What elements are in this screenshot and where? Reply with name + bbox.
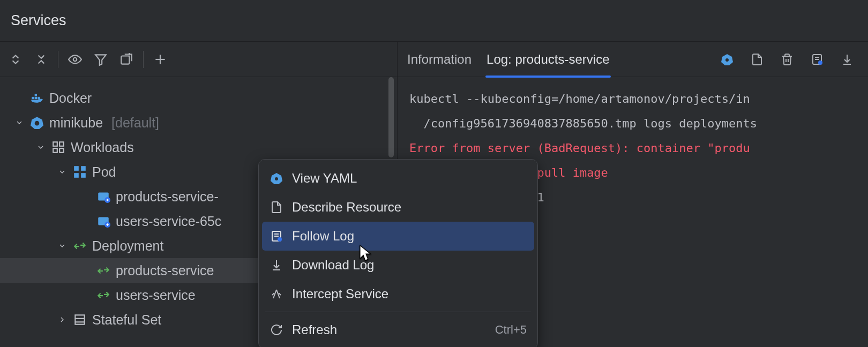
chevron-down-icon[interactable] [57, 240, 68, 251]
pod-icon [96, 190, 110, 203]
tree-item-label: minikube [49, 115, 103, 131]
kubernetes-icon [270, 171, 283, 185]
workloads-icon [51, 140, 65, 154]
menu-item-label: View YAML [292, 171, 357, 186]
tree-item-label: Stateful Set [92, 312, 161, 328]
tab-log[interactable]: Log: products-service [487, 42, 609, 77]
svg-rect-23 [75, 315, 84, 324]
tab-information[interactable]: Information [407, 42, 472, 77]
svg-rect-18 [81, 173, 86, 178]
log-line: kubectl --kubeconfig=/home/artamonov/pro… [409, 87, 856, 111]
menu-intercept-service[interactable]: Intercept Service [262, 280, 534, 308]
menu-describe-resource[interactable]: Describe Resource [262, 193, 534, 222]
svg-point-0 [73, 57, 77, 61]
svg-rect-13 [53, 148, 57, 153]
tree-item-label: Pod [92, 164, 116, 180]
log-line: Error from server (BadRequest): containe… [409, 136, 856, 161]
tree-item-minikube[interactable]: minikube [default] [0, 110, 397, 135]
tree-item-sublabel: [default] [111, 115, 159, 131]
menu-item-label: Follow Log [292, 229, 354, 244]
menu-view-yaml[interactable]: View YAML [262, 164, 534, 193]
kubernetes-icon [30, 116, 44, 130]
download-icon[interactable] [836, 48, 858, 71]
document-icon[interactable] [746, 48, 768, 71]
menu-separator [265, 312, 531, 312]
svg-rect-17 [74, 173, 79, 178]
filter-icon[interactable] [89, 48, 112, 71]
deployment-group-icon [73, 239, 87, 253]
chevron-down-icon[interactable] [35, 142, 46, 153]
tree-item-label: Deployment [92, 238, 163, 254]
context-menu: View YAML Describe Resource Follow Log D… [258, 159, 538, 347]
pod-icon [96, 214, 110, 228]
tab-label: Log: products-service [487, 52, 609, 67]
svg-rect-2 [121, 56, 129, 64]
svg-point-34 [275, 177, 278, 180]
menu-item-label: Intercept Service [292, 286, 388, 301]
tree-item-label: users-service [116, 288, 196, 303]
trash-icon[interactable] [776, 48, 798, 71]
tree-item-label: Workloads [71, 140, 134, 155]
scrollbar[interactable] [388, 77, 394, 157]
chevron-down-icon[interactable] [57, 167, 68, 177]
svg-rect-6 [35, 97, 37, 99]
menu-follow-log[interactable]: Follow Log [262, 222, 534, 251]
menu-item-label: Describe Resource [292, 200, 401, 215]
refresh-icon [270, 323, 283, 337]
deployment-icon [96, 288, 110, 302]
svg-point-10 [35, 121, 40, 126]
deployment-icon [96, 263, 110, 277]
scroll-to-end-icon[interactable] [806, 48, 828, 71]
menu-item-label: Download Log [292, 258, 374, 273]
download-icon [270, 258, 283, 272]
tree-item-docker[interactable]: Docker [0, 86, 397, 110]
tree-item-label: products-service- [116, 189, 219, 205]
tree-item-label: Docker [49, 90, 92, 106]
menu-item-label: Refresh [292, 322, 337, 337]
right-toolbar: Information Log: products-service [398, 42, 868, 77]
toolbar-separator [143, 51, 144, 68]
svg-point-31 [818, 61, 822, 65]
svg-rect-8 [35, 94, 37, 96]
pod-group-icon [73, 165, 87, 179]
menu-download-log[interactable]: Download Log [262, 251, 534, 280]
spacer [14, 93, 25, 103]
chevron-down-icon[interactable] [14, 117, 25, 128]
tree-item-workloads[interactable]: Workloads [0, 135, 397, 160]
svg-rect-12 [59, 142, 64, 146]
panel-title: Services [11, 12, 66, 29]
collapse-all-icon[interactable] [30, 48, 53, 71]
docker-icon [30, 91, 44, 105]
tree-item-label: products-service [116, 263, 214, 278]
tree-item-label: users-service-65c [116, 214, 221, 229]
menu-shortcut: Ctrl+5 [495, 323, 527, 337]
svg-rect-15 [74, 166, 79, 171]
new-window-icon[interactable] [115, 48, 138, 71]
document-icon [270, 200, 283, 214]
svg-rect-16 [81, 166, 86, 171]
title-bar: Services [0, 0, 868, 42]
add-icon[interactable] [149, 48, 171, 71]
toolbar-separator [58, 51, 58, 68]
follow-log-icon [270, 229, 283, 243]
svg-point-27 [725, 58, 729, 62]
tab-label: Information [407, 52, 472, 67]
left-toolbar [0, 42, 397, 77]
intercept-icon [270, 287, 283, 301]
svg-rect-14 [59, 148, 64, 153]
chevron-right-icon[interactable] [57, 314, 68, 325]
show-icon[interactable] [64, 48, 86, 71]
svg-marker-1 [95, 55, 106, 65]
statefulset-icon [73, 313, 87, 327]
right-tool-buttons [716, 48, 858, 71]
svg-point-38 [278, 237, 282, 242]
svg-rect-11 [53, 142, 57, 146]
menu-refresh[interactable]: Refresh Ctrl+5 [262, 315, 534, 344]
svg-rect-5 [32, 97, 34, 99]
log-line: /config9561736940837885650.tmp logs depl… [409, 111, 856, 136]
kubernetes-settings-icon[interactable] [716, 48, 738, 71]
expand-all-icon[interactable] [4, 48, 27, 71]
